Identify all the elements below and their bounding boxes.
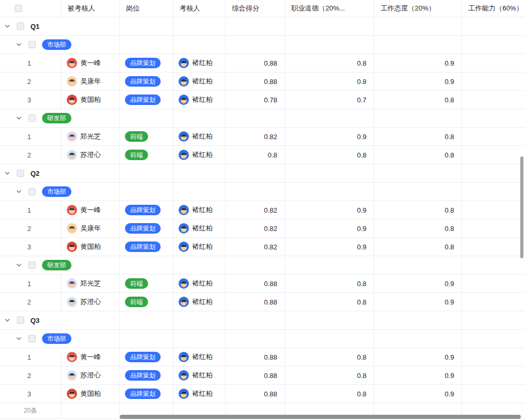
- assessee-cell[interactable]: 苏澄心: [61, 146, 120, 164]
- score-cell[interactable]: 0.88: [226, 275, 285, 292]
- assessor-cell[interactable]: 褚红柏: [173, 275, 226, 292]
- row-index-cell[interactable]: 1: [0, 348, 61, 366]
- ethics-cell[interactable]: 0.8: [285, 275, 374, 292]
- assessor-cell[interactable]: 褚红柏: [173, 72, 226, 90]
- ability-cell[interactable]: [462, 385, 525, 403]
- position-cell[interactable]: 品牌策划: [120, 348, 173, 366]
- attitude-cell[interactable]: 0.9: [374, 275, 462, 292]
- ethics-cell[interactable]: 0.9: [285, 201, 374, 219]
- row-checkbox[interactable]: [28, 261, 36, 269]
- attitude-cell[interactable]: 0.8: [374, 201, 462, 219]
- attitude-cell[interactable]: 0.9: [374, 385, 462, 403]
- position-cell[interactable]: 品牌策划: [120, 201, 173, 219]
- quarter-cell[interactable]: Q1: [0, 17, 120, 35]
- assessee-cell[interactable]: 吴康年: [61, 219, 120, 237]
- position-cell[interactable]: 品牌策划: [120, 385, 173, 403]
- row-index-cell[interactable]: 1: [0, 128, 61, 145]
- assessee-cell[interactable]: 吴康年: [61, 72, 120, 90]
- attitude-cell[interactable]: 0.9: [374, 348, 462, 366]
- ability-cell[interactable]: [462, 348, 525, 366]
- score-cell[interactable]: 0.88: [226, 72, 285, 90]
- assessor-cell[interactable]: 褚红柏: [173, 238, 226, 256]
- ethics-cell[interactable]: 0.8: [285, 72, 374, 90]
- quarter-cell[interactable]: Q3: [0, 311, 120, 329]
- department-cell[interactable]: 市场部: [0, 36, 120, 54]
- assessee-cell[interactable]: 黄一峰: [61, 348, 120, 366]
- assessee-cell[interactable]: 黄国柏: [61, 385, 120, 403]
- assessee-cell[interactable]: 黄国柏: [61, 91, 120, 109]
- department-cell[interactable]: 研发部: [0, 256, 120, 274]
- chevron-down-icon[interactable]: [4, 170, 10, 176]
- row-index-cell[interactable]: 3: [0, 238, 61, 256]
- assessor-cell[interactable]: 褚红柏: [173, 201, 226, 219]
- ethics-cell[interactable]: 0.7: [285, 91, 374, 109]
- quarter-cell[interactable]: Q2: [0, 164, 120, 182]
- ethics-cell[interactable]: 0.9: [285, 128, 374, 145]
- chevron-down-icon[interactable]: [16, 115, 22, 121]
- row-index-cell[interactable]: 3: [0, 91, 61, 109]
- score-cell[interactable]: 0.8: [226, 146, 285, 164]
- position-cell[interactable]: 品牌策划: [120, 72, 173, 90]
- assessee-cell[interactable]: 黄国柏: [61, 238, 120, 256]
- row-checkbox[interactable]: [28, 335, 36, 342]
- assessor-cell[interactable]: 褚红柏: [173, 146, 226, 164]
- attitude-cell[interactable]: 0.9: [374, 366, 462, 384]
- attitude-cell[interactable]: 0.8: [374, 146, 462, 164]
- horizontal-scrollbar[interactable]: [120, 415, 521, 419]
- score-cell[interactable]: 0.88: [226, 293, 285, 311]
- row-index-cell[interactable]: 1: [0, 275, 61, 292]
- attitude-cell[interactable]: 0.9: [374, 293, 462, 311]
- assessor-cell[interactable]: 褚红柏: [173, 348, 226, 366]
- ethics-cell[interactable]: 0.8: [285, 293, 374, 311]
- score-cell[interactable]: 0.82: [226, 219, 285, 237]
- position-cell[interactable]: 前端: [120, 275, 173, 292]
- ability-cell[interactable]: [462, 128, 525, 145]
- assessee-cell[interactable]: 黄一峰: [61, 201, 120, 219]
- ethics-cell[interactable]: 0.8: [285, 348, 374, 366]
- ability-cell[interactable]: [462, 219, 525, 237]
- department-cell[interactable]: 市场部: [0, 183, 120, 201]
- ethics-cell[interactable]: 0.8: [285, 385, 374, 403]
- chevron-down-icon[interactable]: [4, 23, 10, 29]
- assessee-cell[interactable]: 郑光芝: [61, 275, 120, 292]
- row-checkbox[interactable]: [17, 170, 24, 177]
- score-cell[interactable]: 0.82: [226, 238, 285, 256]
- row-index-cell[interactable]: 2: [0, 293, 61, 311]
- ability-cell[interactable]: [462, 275, 525, 292]
- row-index-cell[interactable]: 1: [0, 201, 61, 219]
- ethics-cell[interactable]: 0.8: [285, 54, 374, 72]
- score-cell[interactable]: 0.82: [226, 201, 285, 219]
- score-cell[interactable]: 0.88: [226, 385, 285, 403]
- position-cell[interactable]: 品牌策划: [120, 91, 173, 109]
- attitude-cell[interactable]: 0.8: [374, 91, 462, 109]
- assessor-cell[interactable]: 褚红柏: [173, 385, 226, 403]
- score-cell[interactable]: 0.78: [226, 91, 285, 109]
- select-all-checkbox[interactable]: [15, 5, 22, 12]
- ability-cell[interactable]: [462, 238, 525, 256]
- assessee-cell[interactable]: 郑光芝: [61, 128, 120, 145]
- score-cell[interactable]: 0.88: [226, 54, 285, 72]
- position-cell[interactable]: 品牌策划: [120, 366, 173, 384]
- ability-cell[interactable]: [462, 366, 525, 384]
- chevron-down-icon[interactable]: [16, 188, 22, 195]
- assessee-cell[interactable]: 黄一峰: [61, 54, 120, 72]
- column-header-assessee[interactable]: 被考核人: [61, 0, 120, 17]
- assessee-cell[interactable]: 苏澄心: [61, 366, 120, 384]
- vertical-scrollbar[interactable]: [520, 156, 523, 258]
- position-cell[interactable]: 前端: [120, 128, 173, 145]
- ethics-cell[interactable]: 0.9: [285, 219, 374, 237]
- column-header-ethics[interactable]: 职业道德（20%...: [285, 0, 374, 17]
- chevron-down-icon[interactable]: [4, 317, 10, 323]
- ethics-cell[interactable]: 0.8: [285, 146, 374, 164]
- row-index-cell[interactable]: 1: [0, 54, 61, 72]
- ability-cell[interactable]: [462, 54, 525, 72]
- column-header-attitude[interactable]: 工作态度（20%）: [374, 0, 462, 17]
- chevron-down-icon[interactable]: [16, 262, 22, 268]
- score-cell[interactable]: 0.88: [226, 366, 285, 384]
- assessor-cell[interactable]: 褚红柏: [173, 366, 226, 384]
- attitude-cell[interactable]: 0.9: [374, 54, 462, 72]
- department-cell[interactable]: 研发部: [0, 109, 120, 127]
- ability-cell[interactable]: [462, 293, 525, 311]
- column-header-ability[interactable]: 工作能力（60%）: [462, 0, 525, 17]
- attitude-cell[interactable]: 0.9: [374, 72, 462, 90]
